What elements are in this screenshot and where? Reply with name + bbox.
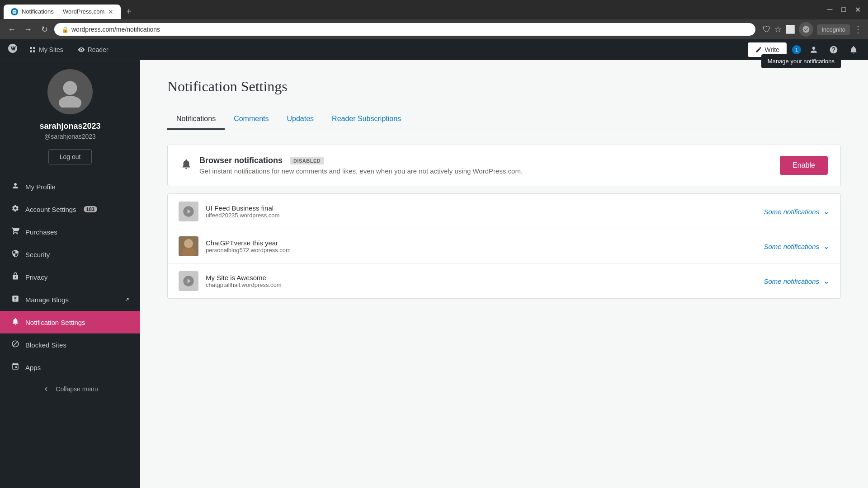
browser-actions: 🛡 ☆ ⬜ Incognito ⋮ <box>763 22 863 37</box>
site-row: ChatGPTverse this year personalblog572.w… <box>168 229 840 263</box>
site-2-url: personalblog572.wordpress.com <box>206 247 756 253</box>
site-1-info: UI Feed Business final uifeed20235.wordp… <box>206 204 756 219</box>
apps-icon <box>11 362 20 372</box>
sidebar-item-label: Blocked Sites <box>25 341 66 349</box>
site-3-chevron-icon: ⌄ <box>823 276 830 286</box>
purchases-icon <box>11 227 20 237</box>
tab-notifications[interactable]: Notifications <box>167 109 225 130</box>
site-2-avatar <box>179 236 198 256</box>
svg-point-6 <box>63 81 77 95</box>
sidebar-item-purchases[interactable]: Purchases <box>0 221 140 243</box>
sidebar-item-label: My Profile <box>25 183 56 191</box>
site-2-notif-status[interactable]: Some notifications ⌄ <box>764 241 830 251</box>
sidebar-item-blocked-sites[interactable]: Blocked Sites <box>0 333 140 356</box>
sidebar-item-security[interactable]: Security <box>0 243 140 266</box>
browser-notif-bell-icon <box>180 158 192 173</box>
collapse-menu-item[interactable]: Collapse menu <box>31 379 108 399</box>
sidebar-handle: @sarahjonas2023 <box>44 133 96 140</box>
tab-bar: W Notifications — WordPress.com ✕ + ─ □ … <box>0 0 868 19</box>
window-minimize-button[interactable]: ─ <box>824 4 836 16</box>
site-1-notif-status[interactable]: Some notifications ⌄ <box>764 206 830 216</box>
wp-topbar: My Sites Reader Write 1 <box>0 39 868 60</box>
refresh-button[interactable]: ↻ <box>38 23 51 36</box>
sidebar: sarahjonas2023 @sarahjonas2023 Log out M… <box>0 60 140 488</box>
browser-notif-description: Get instant notifications for new commen… <box>199 167 523 175</box>
sites-list-card: UI Feed Business final uifeed20235.wordp… <box>167 193 841 299</box>
tab-favicon: W <box>11 8 18 15</box>
window-close-button[interactable]: ✕ <box>851 4 864 16</box>
security-icon <box>11 249 20 259</box>
screen-protect-icon[interactable]: 🛡 <box>763 25 771 34</box>
active-tab[interactable]: W Notifications — WordPress.com ✕ <box>4 5 121 19</box>
tab-close-button[interactable]: ✕ <box>108 8 113 15</box>
sidebar-item-manage-blogs[interactable]: Manage Blogs ↗ <box>0 288 140 311</box>
sidebar-nav: My Profile Account Settings 183 Purchase… <box>0 175 140 379</box>
tab-comments[interactable]: Comments <box>225 109 278 130</box>
site-2-name: ChatGPTverse this year <box>206 239 756 247</box>
site-3-name: My Site is Awesome <box>206 274 756 282</box>
site-row: UI Feed Business final uifeed20235.wordp… <box>168 194 840 229</box>
sidebar-item-privacy[interactable]: Privacy <box>0 266 140 288</box>
url-text: wordpress.com/me/notifications <box>71 26 160 33</box>
forward-button[interactable]: → <box>22 23 34 36</box>
site-1-url: uifeed20235.wordpress.com <box>206 212 756 219</box>
window-maximize-button[interactable]: □ <box>838 4 849 16</box>
notifications-icon[interactable] <box>846 42 861 57</box>
sidebar-item-apps[interactable]: Apps <box>0 356 140 379</box>
site-3-info: My Site is Awesome chatgptallhail.wordpr… <box>206 274 756 288</box>
notification-settings-icon <box>11 317 20 327</box>
write-count-badge: 1 <box>792 45 801 54</box>
address-field[interactable]: 🔒 wordpress.com/me/notifications <box>54 23 755 36</box>
browser-notif-status-badge: DISABLED <box>290 157 324 164</box>
external-link-icon: ↗ <box>125 296 129 303</box>
blocked-sites-icon <box>11 340 20 350</box>
incognito-button[interactable]: Incognito <box>817 24 850 35</box>
svg-rect-3 <box>33 47 35 49</box>
notifications-tooltip: Manage your notifications <box>761 54 841 68</box>
lock-icon: 🔒 <box>61 26 69 33</box>
browser-chrome: W Notifications — WordPress.com ✕ + ─ □ … <box>0 0 868 39</box>
tabs-nav: Notifications Comments Updates Reader Su… <box>167 109 841 130</box>
my-sites-nav[interactable]: My Sites <box>25 44 67 55</box>
wp-logo[interactable] <box>7 43 18 56</box>
bookmark-icon[interactable]: ☆ <box>774 24 782 34</box>
sidebar-item-label: Apps <box>25 364 41 371</box>
sidebar-username: sarahjonas2023 <box>39 122 100 131</box>
browser-notif-title: Browser notifications <box>199 156 283 165</box>
enable-browser-notifications-button[interactable]: Enable <box>780 156 828 175</box>
reader-label: Reader <box>88 46 108 53</box>
tab-updates[interactable]: Updates <box>278 109 323 130</box>
sidebar-item-account-settings[interactable]: Account Settings 183 <box>0 198 140 221</box>
site-row: My Site is Awesome chatgptallhail.wordpr… <box>168 263 840 298</box>
site-1-name: UI Feed Business final <box>206 204 756 212</box>
sidebar-item-my-profile[interactable]: My Profile <box>0 175 140 198</box>
tab-reader-subscriptions[interactable]: Reader Subscriptions <box>323 109 410 130</box>
sidebar-item-notification-settings[interactable]: Notification Settings <box>0 311 140 333</box>
sidebar-item-label: Purchases <box>25 228 57 236</box>
site-2-chevron-icon: ⌄ <box>823 241 830 251</box>
site-3-notif-status[interactable]: Some notifications ⌄ <box>764 276 830 286</box>
reader-nav[interactable]: Reader <box>74 44 112 55</box>
sidebar-avatar <box>47 69 93 114</box>
extensions-icon[interactable]: ⬜ <box>785 24 795 34</box>
collapse-menu-label: Collapse menu <box>56 385 98 393</box>
browser-menu-icon[interactable]: ⋮ <box>854 24 863 35</box>
browser-notif-section: Browser notifications DISABLED Get insta… <box>168 145 840 186</box>
site-1-chevron-icon: ⌄ <box>823 206 830 216</box>
browser-notif-text: Browser notifications DISABLED Get insta… <box>199 156 523 175</box>
account-settings-icon <box>11 204 20 214</box>
sidebar-item-label: Privacy <box>25 273 47 281</box>
svg-rect-4 <box>30 50 32 52</box>
site-3-url: chatgptallhail.wordpress.com <box>206 282 756 288</box>
back-button[interactable]: ← <box>5 23 18 36</box>
sidebar-item-label: Security <box>25 251 50 258</box>
site-3-avatar <box>179 271 198 291</box>
tab-title: Notifications — WordPress.com <box>22 8 104 15</box>
new-tab-button[interactable]: + <box>123 5 135 19</box>
manage-blogs-icon <box>11 295 20 305</box>
my-sites-label: My Sites <box>39 46 63 53</box>
svg-rect-5 <box>33 50 35 52</box>
svg-point-7 <box>59 96 81 108</box>
logout-button[interactable]: Log out <box>48 149 92 164</box>
content-area: Notification Settings Notifications Comm… <box>140 60 868 488</box>
